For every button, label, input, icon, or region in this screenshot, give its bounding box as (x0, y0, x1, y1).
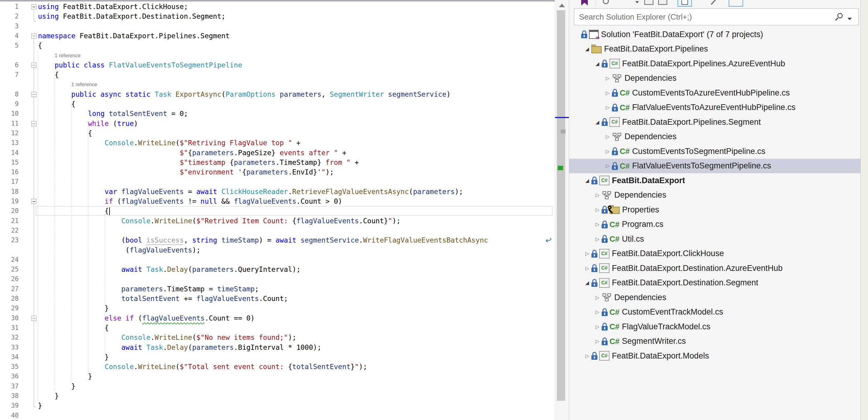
code-line[interactable]: 7{ (0, 70, 555, 80)
dropdown-caret-icon[interactable] (636, 1, 639, 3)
code-line[interactable]: 4namespace FeatBit.DataExport.Pipelines.… (0, 31, 555, 41)
tree-item-customeventtrackmodel-cs[interactable]: ▷C#CustomEventTrackModel.cs (569, 305, 861, 319)
tree-item-featbit-dataexport-pipelines[interactable]: ◢FeatBit.DataExport.Pipelines (569, 42, 861, 56)
chevron-collapsed-icon[interactable]: ▷ (593, 221, 602, 227)
fold-collapse-box[interactable] (31, 63, 36, 68)
solution-explorer-scrollbar[interactable] (861, 0, 868, 420)
code-line[interactable]: 39} (0, 401, 555, 411)
chevron-expanded-icon[interactable]: ◢ (583, 46, 591, 52)
sync-with-active-document-icon[interactable] (678, 0, 692, 7)
search-input[interactable] (579, 9, 830, 25)
code-line[interactable]: 21Console.WriteLine($"Retrived Item Coun… (0, 216, 555, 226)
code-line[interactable]: 35Console.WriteLine($"Total sent event c… (0, 362, 555, 372)
scrollbar-up-arrow-icon[interactable] (559, 4, 565, 7)
tree-item-util-cs[interactable]: ▷C#Util.cs (569, 232, 861, 246)
code-line[interactable]: 15$"timestamp {parameters.TimeStamp} fro… (0, 158, 555, 168)
chevron-collapsed-icon[interactable]: ▷ (583, 353, 591, 359)
fold-collapse-box[interactable] (31, 316, 36, 321)
code-line[interactable]: 25await Task.Delay(parameters.QueryInter… (0, 264, 555, 275)
fold-collapse-box[interactable] (31, 92, 36, 97)
show-all-files-icon[interactable] (658, 0, 667, 5)
editor-vertical-scrollbar[interactable] (555, 0, 569, 420)
tree-item-flagvaluetrackmodel-cs[interactable]: ▷C#FlagValueTrackModel.cs (569, 319, 861, 334)
code-line[interactable]: 28totalSentEvent += flagValueEvents.Coun… (0, 294, 555, 304)
home-icon[interactable] (581, 0, 588, 5)
code-line[interactable]: 40 (0, 411, 555, 420)
code-line[interactable]: 2using FeatBit.DataExport.Destination.Se… (0, 11, 555, 21)
chevron-collapsed-icon[interactable]: ▷ (593, 236, 602, 242)
code-line[interactable]: 14$"{parameters.PageSize} events after "… (0, 148, 555, 158)
code-line[interactable]: 8public async static Task ExportAsync(Pa… (0, 89, 555, 100)
code-line[interactable]: 31{ (0, 323, 555, 333)
chevron-expanded-icon[interactable]: ◢ (583, 280, 591, 286)
code-line[interactable]: 16$"environment '{parameters.EnvId}'"); (0, 167, 555, 177)
tree-item-featbit-dataexport-pipelines-azureeventhub[interactable]: ◢C#FeatBit.DataExport.Pipelines.AzureEve… (569, 56, 861, 71)
tree-item-featbit-dataexport[interactable]: ◢C#FeatBit.DataExport (569, 173, 861, 188)
tree-item-properties[interactable]: ▷Properties (569, 202, 861, 217)
code-line[interactable]: 18var flagValueEvents = await ClickHouse… (0, 187, 555, 197)
tree-item-dependencies[interactable]: ▷Dependencies (569, 130, 861, 144)
code-line[interactable]: 5{ (0, 41, 555, 51)
chevron-collapsed-icon[interactable]: ▷ (593, 338, 602, 344)
chevron-collapsed-icon[interactable]: ▷ (603, 134, 612, 140)
chevron-collapsed-icon[interactable]: ▷ (593, 295, 602, 300)
solution-explorer-search[interactable] (574, 8, 859, 25)
code-line[interactable]: 13Console.WriteLine($"Retriving FlagValu… (0, 138, 555, 148)
chevron-collapsed-icon[interactable]: ▷ (603, 75, 612, 81)
code-line[interactable]: 32Console.WriteLine($"No new items found… (0, 333, 555, 342)
tree-item-featbit-dataexport-destination-azureeventhub[interactable]: ▷C#FeatBit.DataExport.Destination.AzureE… (569, 261, 861, 275)
chevron-collapsed-icon[interactable]: ▷ (603, 90, 612, 96)
tree-item-customeventstoazureeventhubpipeline-cs[interactable]: ▷C#CustomEventsToAzureEventHubPipeline.c… (569, 86, 861, 100)
code-line[interactable]: 33await Task.Delay(parameters.BigInterva… (0, 342, 555, 353)
code-line[interactable]: 20{ (0, 206, 555, 216)
collapse-all-icon[interactable] (644, 0, 653, 5)
tree-item-featbit-dataexport-destination-segment[interactable]: ◢C#FeatBit.DataExport.Destination.Segmen… (569, 276, 861, 290)
code-line[interactable]: 24 (0, 255, 555, 265)
codelens-references-link[interactable]: 1 reference (55, 51, 80, 61)
code-line[interactable]: 27parameters.TimeStamp = timeStamp; (0, 284, 555, 294)
chevron-expanded-icon[interactable]: ◢ (593, 61, 602, 66)
code-line[interactable]: 17 (0, 177, 555, 187)
chevron-collapsed-icon[interactable]: ▷ (583, 251, 591, 256)
chevron-collapsed-icon[interactable]: ▷ (603, 163, 612, 169)
chevron-collapsed-icon[interactable]: ▷ (593, 309, 602, 315)
code-line[interactable]: 30else if (flagValueEvents.Count == 0) (0, 313, 555, 323)
fold-collapse-box[interactable] (31, 33, 36, 38)
chevron-expanded-icon[interactable]: ◢ (593, 119, 602, 125)
tree-item-featbit-dataexport-clickhouse[interactable]: ▷C#FeatBit.DataExport.ClickHouse (569, 247, 861, 261)
tree-item-featbit-dataexport-models[interactable]: ▷C#FeatBit.DataExport.Models (569, 348, 861, 363)
fold-collapse-box[interactable] (31, 199, 36, 204)
chevron-collapsed-icon[interactable]: ▷ (593, 192, 602, 198)
tree-item-featbit-dataexport-pipelines-segment[interactable]: ◢C#FeatBit.DataExport.Pipelines.Segment (569, 115, 861, 129)
fold-collapse-box[interactable] (31, 4, 36, 9)
chevron-collapsed-icon[interactable]: ▷ (593, 324, 602, 330)
code-line[interactable]: 9{ (0, 99, 555, 109)
chevron-collapsed-icon[interactable]: ▷ (593, 207, 602, 213)
tree-item-segmentwriter-cs[interactable]: ▷C#SegmentWriter.cs (569, 334, 861, 348)
refresh-icon[interactable] (603, 0, 609, 4)
code-line[interactable]: 19if (flagValueEvents != null && flagVal… (0, 196, 555, 206)
code-line[interactable]: 3 (0, 21, 555, 31)
code-editor[interactable]: 1using FeatBit.DataExport.ClickHouse;2us… (0, 0, 555, 420)
tree-item-dependencies[interactable]: ▷Dependencies (569, 71, 861, 86)
chevron-collapsed-icon[interactable]: ▷ (583, 265, 591, 271)
codelens-row[interactable]: 1 reference (0, 51, 555, 61)
fold-collapse-box[interactable] (31, 121, 36, 126)
code-line[interactable]: 10long totalSentEvent = 0; (0, 109, 555, 119)
tree-item-dependencies[interactable]: ▷Dependencies (569, 188, 861, 202)
tree-item-flatvalueeventstosegmentpipeline-cs[interactable]: ▷C#FlatValueEventsToSegmentPipeline.cs (569, 159, 861, 173)
code-line[interactable]: 37} (0, 382, 555, 391)
code-line[interactable]: 12{ (0, 128, 555, 138)
code-line[interactable]: 29} (0, 303, 555, 313)
code-line[interactable]: 23(bool isSuccess, string timeStamp) = a… (0, 235, 555, 245)
tree-item-customeventstosegmentpipeline-cs[interactable]: ▷C#CustomEventsToSegmentPipeline.cs (569, 144, 861, 159)
code-line[interactable]: (flagValueEvents); (0, 245, 555, 255)
tree-item-program-cs[interactable]: ▷C#Program.cs (569, 217, 861, 232)
chevron-collapsed-icon[interactable]: ▷ (603, 105, 612, 110)
search-options-caret-icon[interactable] (847, 18, 852, 20)
codelens-row[interactable]: 1 reference (0, 80, 555, 89)
code-line[interactable]: 34} (0, 352, 555, 362)
scrollbar-thumb[interactable] (557, 10, 565, 401)
codelens-references-link[interactable]: 1 reference (71, 80, 97, 89)
code-line[interactable]: 11while (true) (0, 119, 555, 129)
